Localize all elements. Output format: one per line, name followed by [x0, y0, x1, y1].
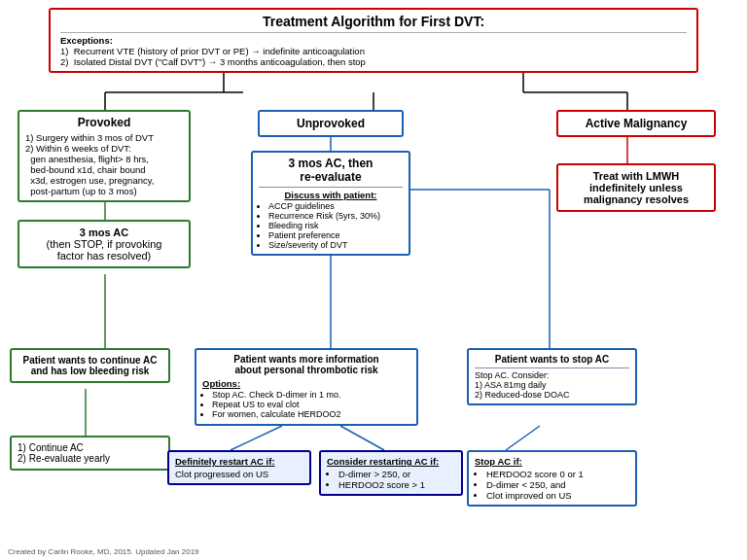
stop-ac-if-1: HERDOO2 score 0 or 1: [486, 469, 629, 479]
consider-restart-header: Consider restarting AC if:: [327, 456, 455, 467]
footer: Created by Carlin Rooke, MD, 2015. Updat…: [8, 547, 199, 556]
diagram: Treatment Algorithm for First DVT: Excep…: [0, 0, 747, 560]
unprovoked-label: Unprovoked: [267, 117, 394, 130]
stop-ac-if-header: Stop AC if:: [475, 456, 629, 467]
three-mos-ac-provoked-box: 3 mos AC(then STOP, if provokingfactor h…: [18, 220, 191, 268]
consider-restart-1: D-dimer > 250, or: [338, 469, 455, 479]
discuss-header: Discuss with patient:: [259, 190, 403, 200]
discuss-item-5: Size/severity of DVT: [268, 240, 403, 250]
definitely-restart-body: Clot progressed on US: [175, 469, 303, 479]
continue-ac-label: Patient wants to continue AC and has low…: [18, 355, 162, 376]
provoked-label: Provoked: [25, 116, 183, 129]
stop-ac-if-3: Clot improved on US: [486, 490, 629, 501]
option-2: Repeat US to eval clot: [212, 400, 410, 409]
discuss-item-2: Recurrence Risk (5yrs, 30%): [268, 211, 403, 221]
three-mos-reevaluate-box: 3 mos AC, thenre-evaluate Discuss with p…: [251, 151, 410, 256]
definitely-restart-header: Definitely restart AC if:: [175, 456, 303, 467]
treat-lmwh-label: Treat with LMWH indefinitely unless mali…: [566, 170, 706, 205]
main-title: Treatment Algorithm for First DVT:: [60, 14, 687, 29]
treat-lmwh-box: Treat with LMWH indefinitely unless mali…: [556, 163, 716, 212]
active-malignancy-box: Active Malignancy: [556, 110, 716, 137]
stop-ac-if-box: Stop AC if: HERDOO2 score 0 or 1 D-dimer…: [467, 450, 637, 507]
stop-ac-box: Patient wants to stop AC Stop AC. Consid…: [467, 348, 637, 405]
unprovoked-box: Unprovoked: [258, 110, 404, 137]
active-malignancy-label: Active Malignancy: [566, 117, 706, 130]
provoked-detail: 1) Surgery within 3 mos of DVT 2) Within…: [25, 132, 183, 196]
exceptions-label: Exceptions:: [60, 35, 113, 46]
continue-ac-actions-box: 1) Continue AC2) Re-evaluate yearly: [10, 436, 170, 471]
discuss-item-3: Bleeding risk: [268, 221, 403, 230]
consider-restart-2: HERDOO2 score > 1: [338, 479, 455, 490]
option-3: For women, calculate HERDOO2: [212, 409, 410, 419]
continue-ac-actions: 1) Continue AC2) Re-evaluate yearly: [18, 442, 162, 464]
continue-ac-box: Patient wants to continue AC and has low…: [10, 348, 170, 383]
title-box: Treatment Algorithm for First DVT: Excep…: [49, 8, 698, 73]
stop-ac-consider: Stop AC. Consider:1) ASA 81mg daily2) Re…: [475, 370, 570, 400]
more-info-box: Patient wants more informationabout pers…: [195, 348, 418, 426]
exception-2: 2) Isolated Distal DVT ("Calf DVT") → 3 …: [60, 56, 366, 67]
provoked-box: Provoked 1) Surgery within 3 mos of DVT …: [18, 110, 191, 202]
stop-ac-label: Patient wants to stop AC: [475, 354, 629, 365]
definitely-restart-box: Definitely restart AC if: Clot progresse…: [167, 450, 311, 485]
stop-ac-if-2: D-dimer < 250, and: [486, 479, 629, 490]
consider-restart-box: Consider restarting AC if: D-dimer > 250…: [319, 450, 463, 496]
three-mos-ac-provoked-label: 3 mos AC(then STOP, if provokingfactor h…: [27, 227, 181, 262]
more-info-label: Patient wants more informationabout pers…: [202, 354, 410, 375]
options-header: Options:: [202, 378, 240, 389]
discuss-item-4: Patient preference: [268, 230, 403, 240]
discuss-item-1: ACCP guidelines: [268, 201, 403, 211]
three-mos-reevaluate-label: 3 mos AC, thenre-evaluate: [259, 157, 403, 184]
option-1: Stop AC. Check D-dimer in 1 mo.: [212, 390, 410, 400]
exception-1: 1) Recurrent VTE (history of prior DVT o…: [60, 46, 365, 56]
content-layer: Treatment Algorithm for First DVT: Excep…: [0, 0, 747, 560]
